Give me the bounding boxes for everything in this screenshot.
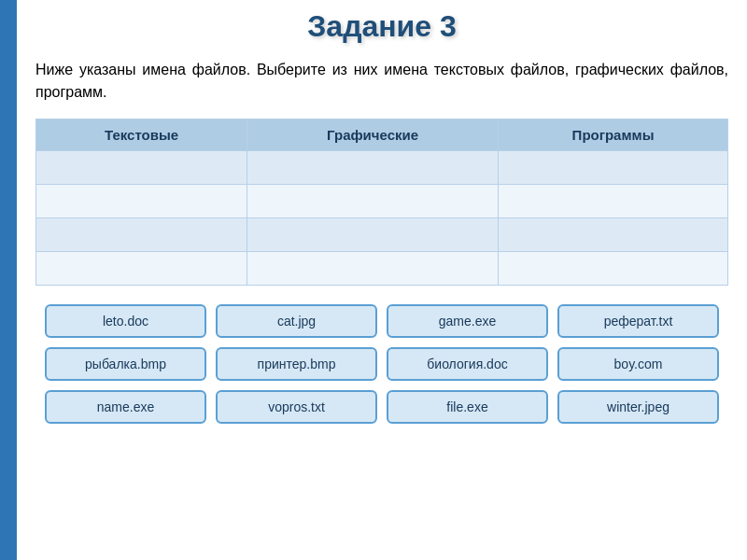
table-cell[interactable] — [247, 218, 499, 252]
file-button-boy-com[interactable]: boy.com — [557, 347, 719, 381]
page-title: Задание 3 — [35, 9, 728, 44]
file-button-leto-doc[interactable]: leto.doc — [45, 304, 206, 338]
file-button-rybalka-bmp[interactable]: рыбалка.bmp — [45, 347, 206, 381]
file-button-winter-jpeg[interactable]: winter.jpeg — [557, 390, 719, 424]
left-accent-bar — [0, 0, 17, 560]
file-button-cat-jpg[interactable]: cat.jpg — [216, 304, 377, 338]
file-button-file-exe[interactable]: file.exe — [387, 390, 548, 424]
file-button-referat-txt[interactable]: реферат.txt — [557, 304, 719, 338]
table-cell[interactable] — [36, 151, 247, 185]
table-cell[interactable] — [247, 151, 499, 185]
table-cell[interactable] — [247, 252, 499, 286]
file-button-name-exe[interactable]: name.exe — [45, 390, 206, 424]
table-cell[interactable] — [499, 218, 728, 252]
main-content: Задание 3 Ниже указаны имена файлов. Выб… — [17, 0, 747, 433]
file-button-printer-bmp[interactable]: принтер.bmp — [216, 347, 377, 381]
table-cell[interactable] — [36, 185, 247, 218]
category-table: Текстовые Графические Программы — [35, 119, 728, 286]
file-button-game-exe[interactable]: game.exe — [387, 304, 548, 338]
col-header-program: Программы — [499, 119, 728, 151]
table-cell[interactable] — [247, 185, 499, 218]
file-button-vopros-txt[interactable]: vopros.txt — [216, 390, 377, 424]
description-text: Ниже указаны имена файлов. Выберите из н… — [35, 59, 728, 104]
file-button-biology-doc[interactable]: биология.doc — [387, 347, 548, 381]
table-cell[interactable] — [499, 185, 728, 218]
col-header-text: Текстовые — [36, 119, 247, 151]
col-header-graphic: Графические — [247, 119, 499, 151]
table-cell[interactable] — [36, 252, 247, 286]
files-area: leto.doccat.jpggame.exeреферат.txtрыбалк… — [35, 304, 728, 424]
table-cell[interactable] — [499, 252, 728, 286]
table-cell[interactable] — [499, 151, 728, 185]
table-cell[interactable] — [36, 218, 247, 252]
